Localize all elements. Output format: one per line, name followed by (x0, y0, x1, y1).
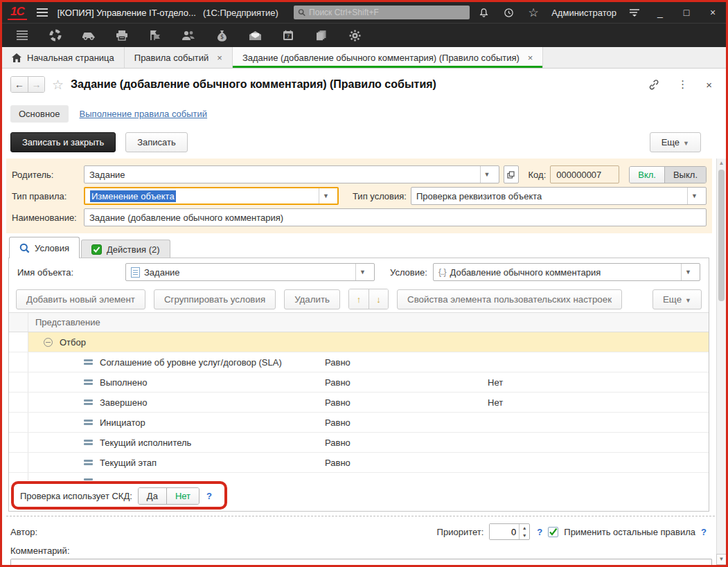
copies-icon[interactable] (314, 28, 329, 43)
apply-rest-help-icon[interactable]: ? (701, 527, 707, 537)
collapse-group-icon[interactable] (44, 338, 53, 347)
spin-down-icon[interactable]: ▼ (520, 532, 529, 539)
cond-type-label: Тип условия: (353, 191, 407, 201)
filter-item-icon (84, 420, 93, 425)
scroll-up-icon[interactable]: ▲ (717, 160, 726, 166)
comment-input[interactable] (10, 559, 712, 565)
favorite-star-icon[interactable]: ☆ (52, 77, 64, 93)
nav-rule-execution-link[interactable]: Выполнение правила событий (80, 109, 208, 119)
move-up-icon[interactable]: ↑ (349, 289, 369, 309)
nav-main[interactable]: Основное (10, 105, 69, 123)
close-tab-icon[interactable]: × (217, 53, 222, 63)
table-header-row[interactable]: Представление (9, 313, 709, 332)
object-row: Имя объекта: Задание ▼ Условие: {..} Доб… (9, 258, 709, 286)
user-settings-props-button[interactable]: Свойства элемента пользовательских настр… (397, 289, 622, 309)
chevron-down-icon[interactable]: ▼ (681, 264, 695, 280)
printer-icon[interactable] (114, 28, 130, 43)
tab-conditions[interactable]: Условия (9, 237, 80, 258)
forward-button[interactable]: → (28, 77, 44, 92)
table-row[interactable]: Соглашение об уровне услуг/договор (SLA)… (9, 352, 709, 372)
back-button[interactable]: ← (11, 77, 28, 92)
add-element-button[interactable]: Добавить новый элемент (16, 289, 145, 309)
calendar-icon[interactable]: 7 (281, 28, 296, 43)
form-header: ← → ☆ Задание (добавление обычного комме… (2, 69, 726, 100)
main-menu-icon[interactable] (34, 6, 51, 19)
tab-actions[interactable]: Действия (2) (81, 240, 170, 258)
close-form-icon[interactable]: × (706, 79, 712, 91)
enable-off-button[interactable]: Выкл. (664, 167, 706, 183)
condition-field[interactable]: {..} Добавление обычного комментария ▼ (433, 263, 700, 281)
tab-event-rules[interactable]: Правила событий × (125, 47, 233, 68)
table-row[interactable]: Завершено Равно Нет (9, 393, 709, 413)
delete-button[interactable]: Удалить (284, 289, 340, 309)
tab-conditions-label: Условия (35, 243, 69, 253)
table-row-clipped[interactable] (9, 473, 709, 480)
rule-form: ← → ☆ Задание (добавление обычного комме… (2, 69, 726, 565)
magnifier-icon (19, 243, 30, 253)
fields-panel: Родитель: Задание ▼ Код: 000000007 Вкл. … (6, 159, 712, 233)
chevron-down-icon[interactable]: ▼ (355, 264, 369, 280)
skd-no-button[interactable]: Нет (166, 488, 199, 504)
cond-type-field[interactable]: Проверка реквизитов объекта ▼ (411, 187, 707, 205)
priority-help-icon[interactable]: ? (537, 527, 542, 537)
spin-up-icon[interactable]: ▲ (520, 524, 529, 532)
tab-home[interactable]: Начальная страница (2, 47, 125, 68)
close-tab-icon[interactable]: × (528, 53, 533, 63)
global-search[interactable] (294, 6, 470, 19)
save-button[interactable]: Записать (125, 132, 188, 152)
favorites-star-icon[interactable]: ☆ (526, 6, 540, 19)
table-row[interactable]: Выполнено Равно Нет (9, 372, 709, 393)
table-group-row[interactable]: Отбор (9, 332, 709, 352)
row-name: Завершено (100, 397, 147, 408)
search-input[interactable] (309, 8, 465, 17)
current-user[interactable]: Администратор (551, 8, 616, 18)
chevron-down-icon: ▼ (685, 297, 691, 304)
skd-help-icon[interactable]: ? (206, 491, 212, 501)
table-row[interactable]: Инициатор Равно (9, 413, 709, 433)
get-link-icon[interactable] (648, 80, 659, 90)
title-bar: 1С [КОПИЯ] Управление IT-отдело... (1С:П… (2, 2, 726, 23)
history-icon[interactable] (501, 6, 515, 19)
priority-input[interactable] (490, 524, 519, 539)
close-window-button[interactable]: × (705, 7, 720, 18)
flags-icon[interactable] (148, 28, 163, 43)
save-close-button[interactable]: Записать и закрыть (10, 132, 116, 152)
more-commands-button[interactable]: Еще▼ (650, 132, 701, 152)
table-more-button[interactable]: Еще▼ (652, 289, 702, 309)
skd-yes-button[interactable]: Да (139, 488, 166, 504)
vehicle-icon[interactable] (81, 28, 96, 43)
name-value: Задание (добавление обычного комментария… (89, 213, 283, 223)
group-conditions-button[interactable]: Сгруппировать условия (154, 289, 276, 309)
name-field[interactable]: Задание (добавление обычного комментария… (84, 208, 707, 226)
bell-icon[interactable] (477, 6, 490, 19)
chevron-down-icon[interactable]: ▼ (480, 166, 494, 183)
name-label: Наименование: (12, 213, 80, 223)
enable-on-button[interactable]: Вкл. (630, 167, 664, 183)
service-menu-icon[interactable] (628, 6, 641, 19)
users-icon[interactable] (181, 28, 196, 43)
money-bag-icon[interactable]: $ (214, 28, 229, 43)
support-ring-icon[interactable] (48, 28, 63, 43)
mail-icon[interactable] (247, 28, 263, 43)
row-value: Нет (488, 393, 709, 412)
maximize-button[interactable]: □ (679, 7, 694, 18)
gear-icon[interactable] (347, 28, 362, 43)
table-row[interactable]: Текущий этап Равно (9, 453, 709, 473)
apply-rest-checkbox[interactable] (548, 527, 558, 537)
move-down-icon[interactable]: ↓ (369, 289, 388, 309)
object-name-field[interactable]: Задание ▼ (125, 263, 375, 281)
menu-icon[interactable] (15, 28, 30, 43)
chevron-down-icon[interactable]: ▼ (319, 188, 332, 204)
open-parent-button[interactable] (504, 165, 519, 183)
minimize-button[interactable]: _ (652, 7, 668, 18)
scroll-down-icon[interactable]: ▼ (716, 554, 726, 565)
vertical-scrollbar[interactable]: ▲ ▼ (716, 159, 726, 565)
tab-task-rule[interactable]: Задание (добавление обычного комментария… (233, 47, 543, 68)
rule-type-field[interactable]: Изменение объекта ▼ (84, 187, 339, 205)
check-icon (549, 528, 558, 537)
more-menu-icon[interactable]: ⋮ (677, 78, 688, 91)
scrollbar-thumb[interactable] (718, 170, 725, 301)
parent-field[interactable]: Задание ▼ (84, 165, 499, 183)
table-row[interactable]: Текущий исполнитель Равно (9, 433, 709, 453)
chevron-down-icon[interactable]: ▼ (687, 188, 701, 204)
